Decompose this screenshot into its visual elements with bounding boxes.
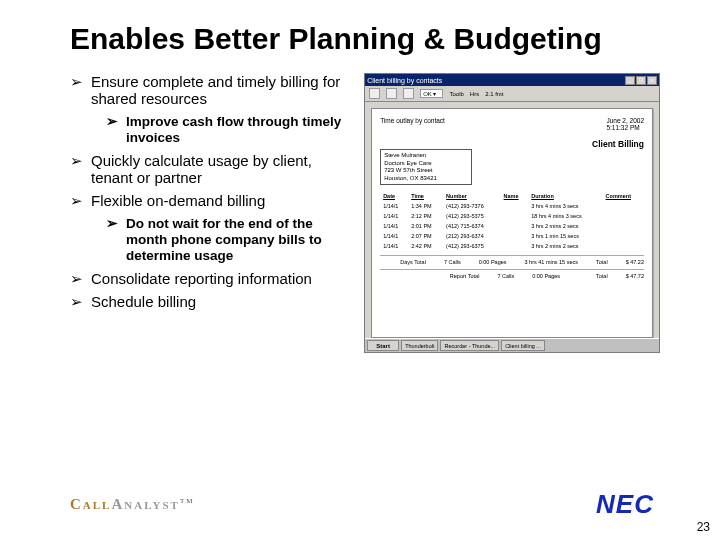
- table-cell: (412) 715-6374: [443, 221, 500, 231]
- table-cell: [501, 231, 529, 241]
- bullet-item: ➢ Consolidate reporting information: [70, 270, 346, 287]
- toolbar-print-icon[interactable]: [369, 88, 380, 99]
- client-line: Doctors Eye Care: [384, 160, 468, 168]
- col-time: Time: [408, 191, 443, 201]
- client-line: Houston, OX 83421: [384, 175, 468, 183]
- window-buttons: _ □ ×: [625, 76, 657, 85]
- page-number: 23: [697, 520, 710, 534]
- chevron-icon: ➢: [70, 152, 83, 187]
- bullet-list: ➢ Ensure complete and timely billing for…: [70, 73, 346, 353]
- col-date: Date: [380, 191, 408, 201]
- table-cell: [603, 211, 644, 221]
- report-total-row: Report Total 7 Calls 0:00 Pages Total $ …: [380, 273, 644, 279]
- maximize-icon[interactable]: □: [636, 76, 646, 85]
- table-row: 1/14/11:34 PM(412) 293-73763 hrs 4 mins …: [380, 201, 644, 211]
- toolbar-label: Hrs: [470, 91, 479, 97]
- day-total-row: Days Total 7 Calls 0:00 Pages 3 hrs 41 m…: [380, 259, 644, 265]
- table-cell: 1/14/1: [380, 241, 408, 251]
- task-button[interactable]: Recorder - Thunde...: [440, 340, 499, 351]
- table-cell: 2:07 PM: [408, 231, 443, 241]
- table-row: 1/14/12:01 PM(412) 715-63743 hrs 2 mins …: [380, 221, 644, 231]
- divider: [380, 255, 644, 256]
- report-title: Client Billing: [380, 139, 644, 149]
- nec-logo: NEC: [596, 489, 654, 520]
- chevron-icon: ➢: [70, 270, 83, 287]
- table-cell: (212) 293-6374: [443, 231, 500, 241]
- task-button[interactable]: Thunderbolt: [401, 340, 438, 351]
- table-cell: [603, 221, 644, 231]
- slide-title: Enables Better Planning & Budgeting: [70, 22, 660, 55]
- table-cell: 1/14/1: [380, 221, 408, 231]
- table-cell: 2:01 PM: [408, 221, 443, 231]
- table-cell: 1/14/1: [380, 201, 408, 211]
- report-head-left: Time outlay by contact: [380, 117, 445, 131]
- col-name: Name: [501, 191, 529, 201]
- toolbar-cut-icon[interactable]: [403, 88, 414, 99]
- chevron-icon: ➢: [70, 293, 83, 310]
- table-cell: 1/14/1: [380, 231, 408, 241]
- toolbar-label: Toolb: [449, 91, 463, 97]
- col-number: Number: [443, 191, 500, 201]
- table-cell: 3 hrs 4 mins 3 secs: [528, 201, 602, 211]
- bullet-item: ➢ Schedule billing: [70, 293, 346, 310]
- minimize-icon[interactable]: _: [625, 76, 635, 85]
- chevron-icon: ➢: [106, 114, 118, 146]
- client-line: 723 W 57th Street: [384, 167, 468, 175]
- table-cell: [603, 201, 644, 211]
- report-table: Date Time Number Name Duration Comment 1…: [380, 191, 644, 251]
- table-cell: 18 hrs 4 mins 3 secs: [528, 211, 602, 221]
- col-comment: Comment: [603, 191, 644, 201]
- bullet-item: ➢ Quickly calculate usage by client, ten…: [70, 152, 346, 187]
- chevron-icon: ➢: [106, 216, 118, 265]
- task-button[interactable]: Client billing ...: [501, 340, 545, 351]
- callanalyst-logo: CallAnalystTM: [70, 496, 194, 513]
- sub-bullet-item: ➢ Do not wait for the end of the month p…: [106, 216, 346, 265]
- bullet-text: Ensure complete and timely billing for s…: [91, 73, 346, 108]
- chevron-icon: ➢: [70, 73, 83, 108]
- table-cell: 2:12 PM: [408, 211, 443, 221]
- client-box: Steve Mulranen Doctors Eye Care 723 W 57…: [380, 149, 472, 185]
- table-cell: [603, 231, 644, 241]
- embedded-app-screenshot: Client billing by contacts _ □ × OK ▾ To…: [364, 73, 660, 353]
- report-head-right: June 2, 2002 5:11:32 PM: [606, 117, 644, 131]
- table-cell: [501, 211, 529, 221]
- table-cell: (412) 293-7376: [443, 201, 500, 211]
- window-title: Client billing by contacts: [367, 77, 442, 84]
- table-cell: [501, 221, 529, 231]
- table-row: 1/14/12:07 PM(212) 293-63743 hrs 1 min 1…: [380, 231, 644, 241]
- content-row: ➢ Ensure complete and timely billing for…: [70, 73, 660, 353]
- sub-bullet-item: ➢ Improve cash flow through timely invoi…: [106, 114, 346, 146]
- table-cell: 3 hrs 2 mins 2 secs: [528, 221, 602, 231]
- bullet-text: Schedule billing: [91, 293, 346, 310]
- chevron-icon: ➢: [70, 192, 83, 209]
- report-page: Time outlay by contact June 2, 2002 5:11…: [371, 108, 653, 338]
- client-line: Steve Mulranen: [384, 152, 468, 160]
- table-row: 1/14/12:42 PM(412) 293-63753 hrs 2 mins …: [380, 241, 644, 251]
- bullet-text: Consolidate reporting information: [91, 270, 346, 287]
- table-cell: [603, 241, 644, 251]
- sub-bullet-text: Do not wait for the end of the month pho…: [126, 216, 346, 265]
- table-cell: 2:42 PM: [408, 241, 443, 251]
- col-duration: Duration: [528, 191, 602, 201]
- start-button[interactable]: Start: [367, 340, 399, 351]
- window-titlebar: Client billing by contacts _ □ ×: [365, 74, 659, 86]
- table-cell: 1:34 PM: [408, 201, 443, 211]
- table-cell: (412) 293-5375: [443, 211, 500, 221]
- sub-bullet-text: Improve cash flow through timely invoice…: [126, 114, 346, 146]
- table-cell: [501, 201, 529, 211]
- table-cell: 3 hrs 1 min 15 secs: [528, 231, 602, 241]
- divider: [380, 269, 644, 270]
- table-cell: 1/14/1: [380, 211, 408, 221]
- taskbar: Start Thunderbolt Recorder - Thunde... C…: [365, 338, 659, 352]
- toolbar-select[interactable]: OK ▾: [420, 89, 443, 98]
- close-icon[interactable]: ×: [647, 76, 657, 85]
- toolbar-zoom-icon[interactable]: [386, 88, 397, 99]
- toolbar-label: 2.1 fmt: [485, 91, 503, 97]
- bullet-text: Quickly calculate usage by client, tenan…: [91, 152, 346, 187]
- bullet-item: ➢ Ensure complete and timely billing for…: [70, 73, 346, 108]
- report-header: Time outlay by contact June 2, 2002 5:11…: [380, 117, 644, 131]
- bullet-text: Flexible on-demand billing: [91, 192, 346, 209]
- window-toolbar: OK ▾ Toolb Hrs 2.1 fmt: [365, 86, 659, 102]
- table-row: 1/14/12:12 PM(412) 293-537518 hrs 4 mins…: [380, 211, 644, 221]
- table-cell: (412) 293-6375: [443, 241, 500, 251]
